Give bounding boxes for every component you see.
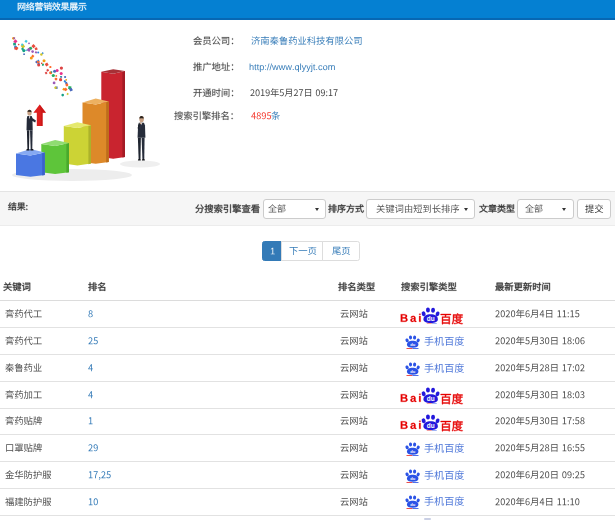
svg-text:du: du: [410, 449, 415, 454]
svg-text:du: du: [427, 395, 435, 402]
svg-text:du: du: [427, 315, 435, 322]
svg-text:du: du: [410, 342, 415, 347]
svg-text:du: du: [410, 476, 415, 481]
svg-text:du: du: [427, 422, 435, 429]
svg-text:du: du: [410, 503, 415, 508]
svg-text:du: du: [410, 369, 415, 374]
